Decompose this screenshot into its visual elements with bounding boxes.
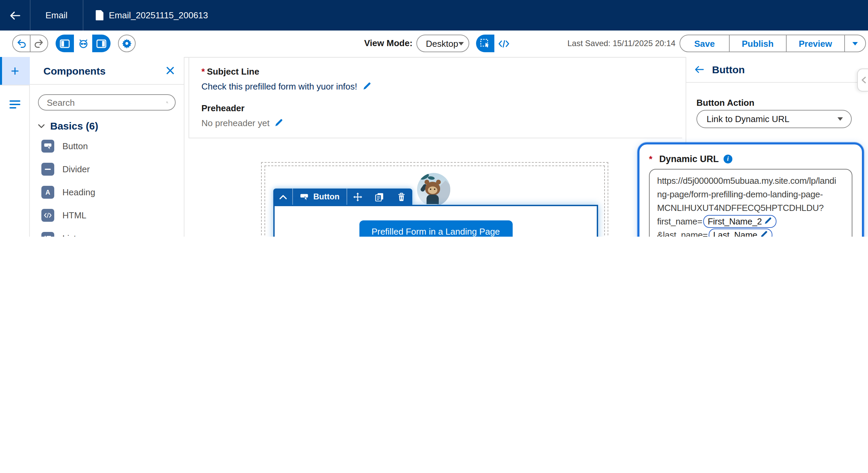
preheader-value: No preheader yet xyxy=(201,118,270,128)
search-icon xyxy=(166,98,168,107)
chevron-down-icon xyxy=(38,124,45,128)
document-title-tab[interactable]: Email_20251115_200613 xyxy=(83,0,220,31)
chevron-down-icon xyxy=(837,117,843,121)
menu-icon xyxy=(9,107,16,109)
undo-icon xyxy=(17,39,26,48)
component-item-html[interactable]: HTML xyxy=(30,203,184,226)
clone-component-button[interactable] xyxy=(369,189,390,205)
publish-button[interactable]: Publish xyxy=(730,35,786,52)
inspector-header: Button xyxy=(686,57,868,83)
left-icon-rail: + xyxy=(0,57,30,237)
foliage-graphic xyxy=(428,176,435,181)
copy-icon xyxy=(375,192,384,201)
panel-collapse-handle[interactable] xyxy=(857,68,868,92)
add-components-rail-button[interactable]: + xyxy=(0,57,30,85)
dynamic-url-line: first_name=First_Name_2 xyxy=(657,215,844,228)
close-panel-button[interactable] xyxy=(166,66,174,75)
dynamic-url-line: https://d5j000000m5ubuaa.my.site.com/lp/… xyxy=(657,174,844,188)
svg-text:A: A xyxy=(45,188,50,196)
toggle-right-panel-button[interactable] xyxy=(92,35,111,52)
subject-line-label: *Subject Line xyxy=(201,66,682,77)
component-search[interactable] xyxy=(38,94,176,111)
code-edit-mode-button[interactable] xyxy=(494,35,513,52)
dynamic-url-line: &last_name=Last_Name xyxy=(657,228,844,236)
button-component-icon xyxy=(300,193,309,201)
editor-toolbar: View Mode: Desktop Last Saved: 15/11/202… xyxy=(0,31,868,58)
selected-button-component[interactable]: Prefilled Form in a Landing Page xyxy=(273,205,598,237)
url-text-segment: &last_name= xyxy=(657,230,708,236)
merge-field-label: Last_Name xyxy=(713,230,757,236)
menu-icon xyxy=(9,103,20,105)
view-mode-value: Desktop xyxy=(426,38,458,48)
dynamic-url-content: https://d5j000000m5ubuaa.my.site.com/lp/… xyxy=(657,174,844,237)
avatar-face xyxy=(428,186,437,194)
last-saved-status: Last Saved: 15/11/2025 20:14 xyxy=(568,35,676,52)
url-text-segment: first_name= xyxy=(657,216,702,226)
components-panel-header: Components xyxy=(30,57,184,85)
einstein-assistant-button[interactable] xyxy=(74,35,92,52)
url-text-segment: ng-page/form-prefilling-demo-landing-pag… xyxy=(657,189,823,199)
components-panel-title: Components xyxy=(43,65,166,76)
merge-field-pill[interactable]: Last_Name xyxy=(708,228,772,236)
dynamic-url-field[interactable]: https://d5j000000m5ubuaa.my.site.com/lp/… xyxy=(649,169,852,237)
edit-preheader-button[interactable] xyxy=(274,119,283,127)
delete-component-button[interactable] xyxy=(390,189,412,205)
view-mode-select[interactable]: Desktop xyxy=(416,35,469,52)
trash-icon xyxy=(397,192,405,201)
button-action-value: Link to Dynamic URL xyxy=(707,114,789,124)
back-arrow-icon xyxy=(9,11,20,19)
undo-button[interactable] xyxy=(13,35,30,52)
save-button[interactable]: Save xyxy=(680,35,729,52)
button-action-select[interactable]: Link to Dynamic URL xyxy=(696,110,852,128)
move-icon xyxy=(353,192,362,201)
redo-button[interactable] xyxy=(31,35,47,52)
info-icon[interactable]: i xyxy=(724,154,732,163)
pencil-icon xyxy=(274,119,283,127)
component-item-button[interactable]: Button xyxy=(30,134,184,157)
subject-preheader-card: *Subject Line Check this prefilled form … xyxy=(189,57,682,138)
component-item-divider[interactable]: Divider xyxy=(30,157,184,180)
close-icon xyxy=(166,66,174,75)
component-item-heading[interactable]: AHeading xyxy=(30,180,184,203)
move-component-button[interactable] xyxy=(347,189,369,205)
dynamic-url-line: ng-page/form-prefilling-demo-landing-pag… xyxy=(657,188,844,201)
pencil-icon xyxy=(764,217,772,225)
back-button[interactable] xyxy=(0,0,31,31)
visual-edit-mode-button[interactable] xyxy=(476,35,494,52)
url-text-segment: MCNLIHUXUT4NDFFECQ5HPTCDHLDU? xyxy=(657,203,824,213)
plus-icon: + xyxy=(11,64,19,78)
subject-line-value-row: Check this prefilled form with yuor info… xyxy=(201,81,682,92)
subject-line-value: Check this prefilled form with yuor info… xyxy=(201,81,357,92)
app-name-label: Email xyxy=(45,10,67,20)
app-name-tab[interactable]: Email xyxy=(31,0,83,31)
merge-field-pill[interactable]: First_Name_2 xyxy=(703,215,777,228)
avatar-body xyxy=(427,195,439,204)
gear-icon xyxy=(121,38,132,49)
email-builder-app: Email Email_20251115_200613 xyxy=(0,0,868,237)
component-item-list[interactable]: List xyxy=(30,226,184,237)
merge-field-label: First_Name_2 xyxy=(708,216,762,226)
einstein-robot-icon xyxy=(78,39,88,48)
select-hand-icon xyxy=(480,39,490,48)
required-asterisk: * xyxy=(649,154,652,164)
avatar-eye xyxy=(430,189,431,190)
toggle-left-panel-button[interactable] xyxy=(56,35,74,52)
undo-redo-group xyxy=(12,35,48,52)
edit-subject-button[interactable] xyxy=(362,82,371,91)
list-icon xyxy=(41,232,54,237)
chevron-left-icon xyxy=(861,77,866,83)
preview-button[interactable]: Preview xyxy=(787,35,844,52)
search-input[interactable] xyxy=(47,97,166,107)
component-type-tab[interactable]: Button xyxy=(292,189,347,205)
email-cta-button[interactable]: Prefilled Form in a Landing Page xyxy=(359,220,512,237)
redo-icon xyxy=(34,39,44,48)
panel-toggle-group xyxy=(56,35,111,52)
back-arrow-icon[interactable] xyxy=(694,66,704,73)
collapse-component-button[interactable] xyxy=(273,189,292,205)
top-header-bar: Email Email_20251115_200613 xyxy=(0,0,868,31)
settings-button[interactable] xyxy=(118,35,136,52)
more-actions-button[interactable] xyxy=(845,35,865,52)
component-section-header[interactable]: Basics (6) xyxy=(30,113,184,134)
structure-rail-button[interactable] xyxy=(0,94,30,115)
code-icon xyxy=(498,40,509,47)
